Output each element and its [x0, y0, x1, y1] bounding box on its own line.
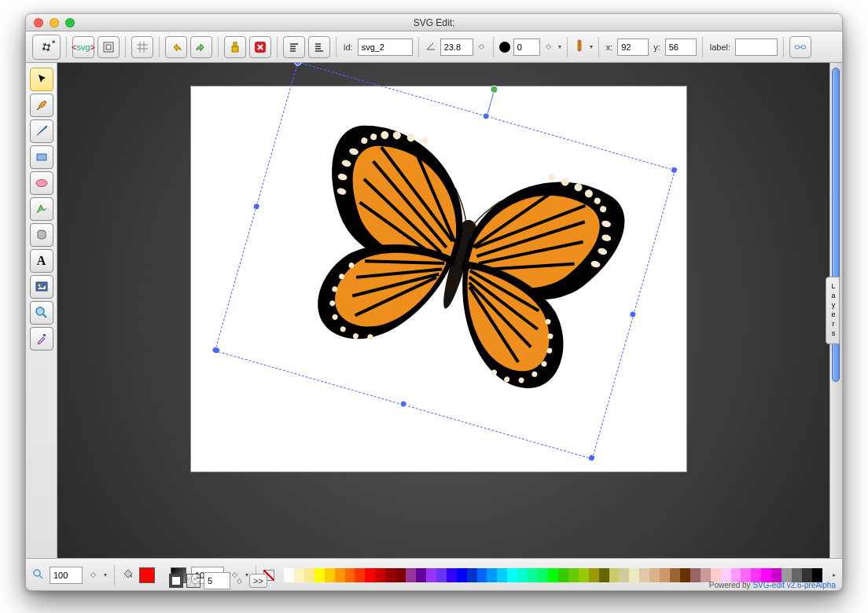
palette-swatch[interactable]: [528, 568, 538, 582]
palette-swatch[interactable]: [558, 568, 568, 582]
eyedropper-tool[interactable]: [30, 327, 53, 351]
palette-swatch[interactable]: [447, 568, 457, 582]
zoom-window-button[interactable]: [65, 18, 75, 28]
stroke-none-swatch[interactable]: [186, 574, 200, 588]
palette-swatch[interactable]: [355, 568, 365, 582]
main-menu-button[interactable]: [32, 35, 61, 60]
zoom-tool[interactable]: [30, 301, 53, 325]
resize-handle-nw[interactable]: [293, 63, 302, 67]
palette-swatch[interactable]: [802, 568, 812, 582]
palette-swatch[interactable]: [304, 568, 314, 582]
palette-swatch[interactable]: [771, 568, 782, 582]
palette-swatch[interactable]: [741, 568, 751, 582]
palette-swatch[interactable]: [345, 568, 355, 582]
palette-swatch[interactable]: [660, 568, 670, 582]
palette-swatch[interactable]: [792, 568, 802, 582]
line-tool[interactable]: [30, 119, 53, 143]
palette-swatch[interactable]: [395, 568, 406, 582]
palette-swatch[interactable]: [284, 568, 294, 582]
delete-button[interactable]: [249, 36, 271, 58]
palette-swatch[interactable]: [568, 568, 579, 582]
palette-swatch[interactable]: [589, 568, 599, 582]
palette-swatch[interactable]: [670, 568, 680, 582]
y-input[interactable]: [665, 39, 697, 56]
label-input[interactable]: [735, 39, 778, 56]
canvas-area[interactable]: [57, 63, 829, 558]
palette-swatch[interactable]: [497, 568, 507, 582]
palette-swatch[interactable]: [721, 568, 731, 582]
palette-swatch[interactable]: [517, 568, 528, 582]
layers-panel-tab[interactable]: Layers: [826, 277, 840, 344]
palette-swatch[interactable]: [507, 568, 517, 582]
palette-swatch[interactable]: [467, 568, 477, 582]
palette-swatch[interactable]: [761, 568, 771, 582]
palette-swatch[interactable]: [680, 568, 690, 582]
zoom-input[interactable]: [50, 567, 83, 584]
link-button[interactable]: [789, 36, 811, 58]
palette-swatch[interactable]: [639, 568, 649, 582]
palette-swatch[interactable]: [690, 568, 701, 582]
show-grid-button[interactable]: [131, 36, 153, 58]
redo-button[interactable]: [190, 36, 212, 58]
close-window-button[interactable]: [34, 18, 43, 28]
path-tool[interactable]: [30, 197, 53, 221]
palette-swatch[interactable]: [426, 568, 436, 582]
move-top-button[interactable]: [283, 36, 305, 58]
palette-swatch[interactable]: [416, 568, 426, 582]
palette-swatch[interactable]: [731, 568, 741, 582]
palette-swatch[interactable]: [619, 568, 629, 582]
fhpath-tool[interactable]: [30, 94, 53, 117]
edit-source-button[interactable]: <svg>: [72, 36, 94, 58]
fill-color-swatch[interactable]: [139, 567, 155, 583]
wireframe-button[interactable]: [97, 36, 120, 58]
palette-swatch[interactable]: [548, 568, 558, 582]
shapelib-tool[interactable]: [30, 223, 53, 247]
vertical-scrollbar[interactable]: Layers: [829, 63, 842, 558]
palette-swatch[interactable]: [477, 568, 487, 582]
stroke-more-button[interactable]: >>: [249, 574, 267, 588]
blur-input[interactable]: [513, 39, 540, 56]
palette-swatch[interactable]: [294, 568, 304, 582]
opacity-icon: [499, 42, 510, 53]
angle-input[interactable]: [440, 39, 473, 56]
select-tool[interactable]: [30, 68, 53, 91]
palette-swatch[interactable]: [385, 568, 395, 582]
palette-swatch[interactable]: [487, 568, 497, 582]
palette-swatch[interactable]: [375, 568, 385, 582]
ellipse-tool[interactable]: [30, 171, 53, 195]
palette-swatch[interactable]: [812, 568, 822, 582]
palette-swatch[interactable]: [365, 568, 375, 582]
palette-swatch[interactable]: [701, 568, 711, 582]
palette-swatch[interactable]: [782, 568, 792, 582]
clone-button[interactable]: [224, 36, 246, 58]
minimize-window-button[interactable]: [50, 18, 59, 28]
text-tool[interactable]: A: [30, 249, 53, 273]
palette-swatch[interactable]: [325, 568, 335, 582]
x-input[interactable]: [617, 39, 649, 56]
palette-swatch[interactable]: [629, 568, 639, 582]
undo-button[interactable]: [165, 36, 187, 58]
palette-swatch[interactable]: [406, 568, 416, 582]
palette-swatch[interactable]: [457, 568, 467, 582]
palette-swatch[interactable]: [711, 568, 721, 582]
stroke-color-swatch[interactable]: [169, 574, 183, 588]
rect-tool[interactable]: [30, 145, 53, 169]
palette-swatch[interactable]: [609, 568, 620, 582]
stroke-width-input[interactable]: [204, 572, 230, 589]
palette-more-icon[interactable]: ▸: [833, 571, 836, 578]
palette-swatch[interactable]: [579, 568, 589, 582]
move-bottom-button[interactable]: [308, 36, 330, 58]
palette-swatch[interactable]: [649, 568, 660, 582]
image-tool[interactable]: [30, 275, 53, 299]
palette-swatch[interactable]: [314, 568, 325, 582]
svgedit-link[interactable]: SVG-edit v2.6-preAlpha: [752, 581, 836, 589]
palette-swatch[interactable]: [538, 568, 548, 582]
palette-swatch[interactable]: [599, 568, 609, 582]
palette-swatch[interactable]: [335, 568, 345, 582]
app-window: SVG Edit; <svg> id: ◇ ◇▾ ▾ x: y:: [25, 13, 843, 591]
palette-swatch[interactable]: [751, 568, 761, 582]
palette-swatch[interactable]: [436, 568, 447, 582]
id-input[interactable]: [358, 39, 413, 56]
work-area: A: [26, 63, 842, 558]
svg-point-23: [421, 137, 428, 145]
